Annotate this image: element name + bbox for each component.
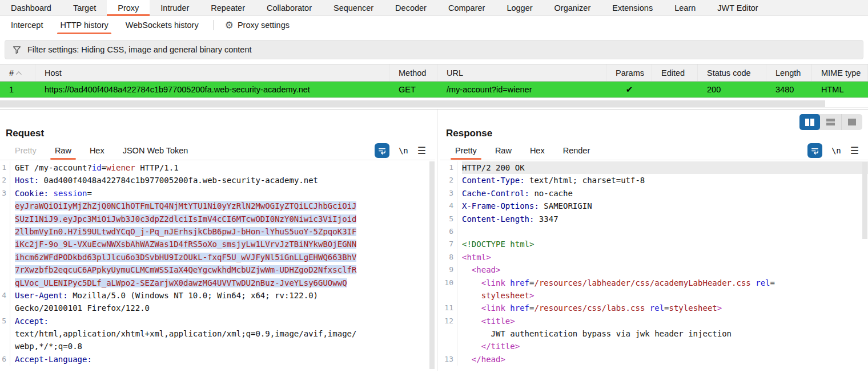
split-columns-icon[interactable] <box>799 114 820 130</box>
row-cell-length: 3480 <box>766 82 812 97</box>
line-number: 1 <box>0 161 10 174</box>
line-content: Cookie: session= <box>15 187 435 200</box>
top-tab-repeater[interactable]: Repeater <box>200 0 256 15</box>
cell-value: https://0ad400f4048a422784c1b977005200fa… <box>45 85 310 94</box>
line-content: GET /my-account?id=wiener HTTP/1.1 <box>15 161 435 174</box>
sub-tab-intercept[interactable]: Intercept <box>2 16 51 34</box>
code-segment: <head> <box>472 265 501 274</box>
code-segment: /resources/css/labs.css <box>534 303 645 313</box>
response-tab-pretty[interactable]: Pretty <box>446 141 486 160</box>
response-editor[interactable]: 1HTTP/2 200 OK2Content-Type: text/html; … <box>440 160 868 371</box>
column-header-mime-type[interactable]: MIME type <box>812 64 868 81</box>
top-tab-intruder[interactable]: Intruder <box>150 0 200 15</box>
line-number: 6 <box>440 225 457 238</box>
top-tab-collaborator[interactable]: Collaborator <box>256 0 323 15</box>
column-header-url[interactable]: URL <box>437 64 606 81</box>
request-editor[interactable]: 1GET /my-account?id=wiener HTTP/1.12Host… <box>0 160 435 371</box>
request-tab-raw[interactable]: Raw <box>46 141 81 160</box>
single-pane-icon[interactable] <box>842 114 862 130</box>
line-number: 3 <box>440 187 457 200</box>
line-number: 2 <box>0 174 10 186</box>
response-code-line: 7<!DOCTYPE html> <box>440 238 868 250</box>
response-code-line: 10 <link href=/resources/labheader/css/a… <box>440 277 868 289</box>
http-history-table: #HostMethodURLParamsEditedStatus codeLen… <box>0 64 868 109</box>
top-tab-organizer[interactable]: Organizer <box>544 0 602 15</box>
code-segment: /resources/labheader/css/academyLabHeade… <box>534 278 750 287</box>
code-segment: 2llbmVyIn0.H7i59ULtwdYCqO_j-Pq_nJErhsjkC… <box>15 227 356 236</box>
column-header-status-code[interactable]: Status code <box>698 64 766 81</box>
column-header-method[interactable]: Method <box>389 64 437 81</box>
message-editor-split-view: Request PrettyRawHexJSON Web Token\n☰ 1G… <box>0 109 868 371</box>
top-tab-logger[interactable]: Logger <box>496 0 543 15</box>
line-content: Gecko/20100101 Firefox/122.0 <box>15 302 435 314</box>
request-vertical-scrollbar[interactable] <box>429 161 435 369</box>
request-code-line: qLVoc_ULENIPyc5DLf_aLWpo2-SEZarjwX0dawzM… <box>0 277 435 289</box>
newline-toggle-icon[interactable]: \n <box>399 146 408 155</box>
sub-tab-http-history[interactable]: HTTP history <box>51 16 116 34</box>
word-wrap-icon[interactable] <box>807 143 822 158</box>
code-segment: stylesheet <box>669 303 717 313</box>
column-header-label: Params <box>616 68 644 78</box>
top-tab-target[interactable]: Target <box>62 0 107 15</box>
split-rows-icon[interactable] <box>820 114 841 130</box>
top-tab-sequencer[interactable]: Sequencer <box>323 0 384 15</box>
column-header-params[interactable]: Params <box>606 64 652 81</box>
line-number: 7 <box>440 238 457 250</box>
request-panel-title: Request <box>6 128 435 139</box>
history-row[interactable]: 1https://0ad400f4048a422784c1b977005200f… <box>0 82 868 98</box>
horizontal-scrollbar[interactable] <box>0 100 868 108</box>
request-code-line: eyJraWQiOiIyMjZhZjQ0NC1hOTFmLTQ4NjMtYTU1… <box>0 200 435 212</box>
hamburger-menu-icon[interactable]: ☰ <box>850 145 859 157</box>
sub-tab-websockets-history[interactable]: WebSockets history <box>117 16 207 34</box>
line-content: Cache-Control: no-cache <box>462 187 868 200</box>
line-number: 12 <box>440 315 457 327</box>
row-cell-index: 1 <box>0 82 35 97</box>
response-vertical-scrollbar[interactable] <box>862 162 867 239</box>
code-segment <box>462 317 481 326</box>
split-rows-icon-glyph <box>826 119 835 125</box>
code-segment: > <box>529 291 534 300</box>
line-number: 1 <box>440 161 457 174</box>
top-tab-comparer[interactable]: Comparer <box>437 0 496 15</box>
request-tab-pretty[interactable]: Pretty <box>6 141 46 160</box>
request-code-line: text/html,application/xhtml+xml,applicat… <box>0 327 435 340</box>
top-tab-extensions[interactable]: Extensions <box>601 0 664 15</box>
hamburger-menu-icon[interactable]: ☰ <box>417 145 426 157</box>
table-horizontal-scroll-area <box>0 98 868 109</box>
request-tab-hex[interactable]: Hex <box>81 141 114 160</box>
request-tab-json-web-token[interactable]: JSON Web Token <box>114 141 198 160</box>
code-segment: session <box>53 189 87 198</box>
word-wrap-icon[interactable] <box>375 143 389 158</box>
code-segment <box>462 278 481 287</box>
top-tab-dashboard[interactable]: Dashboard <box>0 0 62 15</box>
line-number <box>0 213 10 225</box>
code-segment: <title> <box>481 317 515 326</box>
newline-toggle-icon[interactable]: \n <box>831 146 841 155</box>
column-header-host[interactable]: Host <box>35 64 389 81</box>
request-code-line: 5Accept: <box>0 315 435 327</box>
line-content: 7rXwzbfb2eqcuC6APpkyUymuCLMCmWSSIaX4QeYg… <box>15 263 435 276</box>
line-content: <title> <box>462 315 868 327</box>
top-tab-decoder[interactable]: Decoder <box>384 0 437 15</box>
code-segment: qLVoc_ULENIPyc5DLf_aLWpo2-SEZarjwX0dawzM… <box>15 278 347 287</box>
response-code-line: JWT authentication bypass via jwk header… <box>440 327 868 340</box>
response-tab-raw[interactable]: Raw <box>486 141 521 160</box>
column-header-edited[interactable]: Edited <box>652 64 698 81</box>
proxy-settings-button[interactable]: ⚙Proxy settings <box>219 16 295 34</box>
column-header-index[interactable]: # <box>0 64 35 81</box>
line-content: SUzI1NiJ9.eyJpc3MiOiJwb3J0c3dpZ2dlciIsIm… <box>15 213 435 225</box>
line-number: 4 <box>0 289 10 302</box>
code-segment: Content-Length: <box>462 214 534 224</box>
code-segment: = <box>770 278 775 287</box>
top-tab-learn[interactable]: Learn <box>664 0 706 15</box>
filter-settings-bar[interactable]: Filter settings: Hiding CSS, image and g… <box>5 40 863 59</box>
top-tab-jwt-editor[interactable]: JWT Editor <box>706 0 769 15</box>
response-tab-hex[interactable]: Hex <box>521 141 554 160</box>
response-tab-render[interactable]: Render <box>554 141 600 160</box>
row-cell-params: ✔ <box>606 82 652 97</box>
horizontal-scrollbar-thumb[interactable] <box>0 100 825 107</box>
top-tab-proxy[interactable]: Proxy <box>107 0 150 15</box>
column-header-length[interactable]: Length <box>766 64 812 81</box>
panel-splitter[interactable] <box>435 110 440 371</box>
code-segment: <html> <box>462 253 491 262</box>
